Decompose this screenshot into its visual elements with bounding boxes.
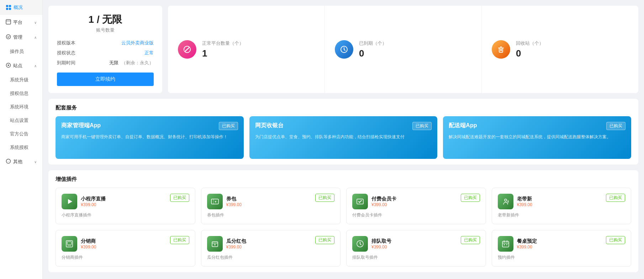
- plugin-live-name: 小程序直播: [81, 196, 106, 202]
- site-icon: [6, 63, 11, 69]
- plugin-reservation-name: 餐桌预定: [517, 238, 537, 245]
- svg-rect-4: [6, 20, 11, 24]
- sidebar-item-overview[interactable]: 概况: [0, 0, 42, 15]
- service-delivery-header: 配送端App 已购买: [449, 122, 625, 130]
- plugin-referral-desc: 老带新插件: [498, 212, 625, 218]
- plugin-coupon-left: ¥ 券包 ¥399.00: [207, 194, 242, 209]
- plugin-redbag-info: 瓜分红包 ¥399.00: [226, 238, 246, 250]
- other-icon: ···: [6, 159, 11, 165]
- sidebar-platform-label: 平台: [13, 19, 22, 26]
- plugin-reservation-price: ¥399.00: [517, 245, 537, 250]
- plugin-card-distributor: 分销商 ¥399.00 已购买 分销商插件: [56, 230, 195, 267]
- service-merchant-badge[interactable]: 已购买: [219, 122, 238, 130]
- plugin-vip-top: 付费会员卡 ¥399.00 已购买: [352, 194, 480, 209]
- service-webcashier-badge[interactable]: 已购买: [412, 122, 432, 130]
- account-number-label: 账号数量: [57, 27, 154, 33]
- sidebar-platform-header[interactable]: 平台 ∨: [0, 15, 42, 30]
- service-card-merchant: 商家管理端App 已购买 商家可用手机一键管理外卖订单、自提订单、数据概况、财务…: [56, 116, 244, 159]
- svg-rect-19: [67, 242, 72, 245]
- service-card-delivery: 配送端App 已购买 解决同城配送难题开发的一套独立的同城配送系统，提供同城配送…: [443, 116, 631, 159]
- stat-normal: 正常平台数量（个） 1: [168, 6, 325, 93]
- plugin-redbag-price: ¥399.00: [226, 245, 246, 250]
- plugin-card-queue: 排队取号 ¥399.00 已购买 排队取号插件: [346, 230, 486, 267]
- plugin-card-referral: 老带新 ¥399.00 已购买 老带新插件: [492, 188, 632, 224]
- plugin-live-desc: 小程序直播插件: [62, 212, 189, 218]
- service-webcashier-title: 网页收银台: [255, 122, 284, 129]
- sidebar-item-operator[interactable]: 操作员: [0, 45, 42, 58]
- plugin-live-left: 小程序直播 ¥399.00: [62, 194, 106, 209]
- sitesettings-label: 站点设置: [10, 118, 28, 123]
- sidebar-item-authinfo[interactable]: 授权信息: [0, 87, 42, 100]
- svg-rect-0: [6, 5, 8, 7]
- plugin-reservation-icon: [498, 236, 513, 252]
- plugin-distributor-desc: 分销商插件: [62, 254, 189, 261]
- plugin-referral-top: 老带新 ¥399.00 已购买: [498, 194, 625, 209]
- plugin-reservation-left: 餐桌预定 ¥399.00: [498, 236, 537, 252]
- plugin-reservation-badge[interactable]: 已购买: [606, 236, 625, 244]
- plugin-distributor-price: ¥399.00: [81, 245, 96, 250]
- main-content: 1 / 无限 账号数量 授权版本 云贝外卖商业版 授权状态 正常 到期时间 无限…: [43, 0, 644, 279]
- plugin-referral-left: 老带新 ¥399.00: [498, 194, 532, 209]
- svg-point-16: [505, 199, 507, 201]
- sidebar-site-label: 站点: [13, 63, 22, 69]
- announcement-label: 官方公告: [10, 131, 28, 136]
- plugin-coupon-badge[interactable]: 已购买: [315, 194, 334, 202]
- svg-rect-24: [504, 244, 505, 245]
- service-merchant-title: 商家管理端App: [61, 122, 101, 129]
- plugin-queue-price: ¥399.00: [371, 245, 391, 250]
- plugin-referral-info: 老带新 ¥399.00: [517, 196, 532, 207]
- svg-point-5: [6, 35, 11, 39]
- svg-text:¥: ¥: [214, 243, 216, 246]
- plugin-redbag-badge[interactable]: 已购买: [315, 236, 334, 244]
- plugin-card-coupon: ¥ 券包 ¥399.00 已购买 券包插件: [201, 188, 341, 224]
- svg-text:¥: ¥: [215, 200, 216, 203]
- service-delivery-title: 配送端App: [449, 122, 477, 129]
- plugin-distributor-badge[interactable]: 已购买: [170, 236, 189, 244]
- plugins-grid: 小程序直播 ¥399.00 已购买 小程序直播插件: [56, 188, 631, 267]
- plugin-coupon-icon: ¥: [207, 194, 223, 209]
- plugin-queue-top: 排队取号 ¥399.00 已购买: [352, 236, 480, 252]
- auth-status-value: 正常: [144, 50, 154, 56]
- services-section: 配套服务 商家管理端App 已购买 商家可用手机一键管理外卖订单、自提订单、数据…: [48, 99, 638, 165]
- plugin-referral-badge[interactable]: 已购买: [606, 194, 625, 202]
- platform-chevron: ∨: [34, 21, 37, 25]
- sidebar-operator-label: 操作员: [10, 49, 24, 54]
- services-title: 配套服务: [56, 104, 631, 111]
- svg-rect-23: [502, 241, 509, 247]
- sysauth-label: 系统授权: [10, 145, 28, 150]
- stat-normal-info: 正常平台数量（个） 1: [202, 40, 244, 59]
- sidebar-item-sitesettings[interactable]: 站点设置: [0, 114, 42, 127]
- svg-rect-1: [9, 5, 11, 7]
- plugin-redbag-top: ¥ 瓜分红包 ¥399.00 已购买: [207, 236, 335, 252]
- plugin-queue-badge[interactable]: 已购买: [461, 236, 480, 244]
- expire-row: 到期时间 无限 （剩余：永久）: [57, 60, 154, 66]
- plugin-distributor-icon: [62, 236, 77, 252]
- plugin-reservation-info: 餐桌预定 ¥399.00: [517, 238, 537, 250]
- sidebar-site-header[interactable]: 站点 ∧: [0, 58, 42, 73]
- service-cards: 商家管理端App 已购买 商家可用手机一键管理外卖订单、自提订单、数据概况、财务…: [56, 116, 631, 159]
- plugin-reservation-desc: 预约插件: [498, 254, 625, 261]
- management-icon: [6, 34, 11, 41]
- authinfo-label: 授权信息: [10, 91, 28, 96]
- plugin-coupon-info: 券包 ¥399.00: [226, 196, 242, 207]
- expire-value: 无限 （剩余：永久）: [109, 60, 154, 66]
- sidebar-item-sysauth[interactable]: 系统授权: [0, 141, 42, 154]
- sidebar-other-header[interactable]: ··· 其他 ∨: [0, 154, 42, 169]
- sidebar-management-header[interactable]: 管理 ∧: [0, 30, 42, 45]
- renew-button[interactable]: 立即续约: [57, 73, 154, 86]
- sidebar: 概况 平台 ∨ 管理 ∧ 操作员: [0, 0, 43, 279]
- stat-expired-title: 已到期（个）: [359, 40, 387, 47]
- sidebar-item-announcement[interactable]: 官方公告: [0, 127, 42, 141]
- sidebar-item-sysupgrade[interactable]: 系统升级: [0, 73, 42, 87]
- expire-label: 到期时间: [57, 60, 75, 66]
- plugin-vip-badge[interactable]: 已购买: [461, 194, 480, 202]
- stat-recycle-value: 0: [516, 48, 544, 59]
- plugin-live-badge[interactable]: 已购买: [170, 194, 189, 202]
- plugin-distributor-left: 分销商 ¥399.00: [62, 236, 96, 252]
- sidebar-other-label: 其他: [13, 159, 22, 165]
- sidebar-management-label: 管理: [13, 34, 22, 41]
- stat-recycle-title: 回收站（个）: [516, 40, 544, 47]
- service-delivery-badge[interactable]: 已购买: [606, 122, 625, 130]
- plugin-coupon-name: 券包: [226, 196, 242, 202]
- sidebar-item-sysenv[interactable]: 系统环境: [0, 100, 42, 114]
